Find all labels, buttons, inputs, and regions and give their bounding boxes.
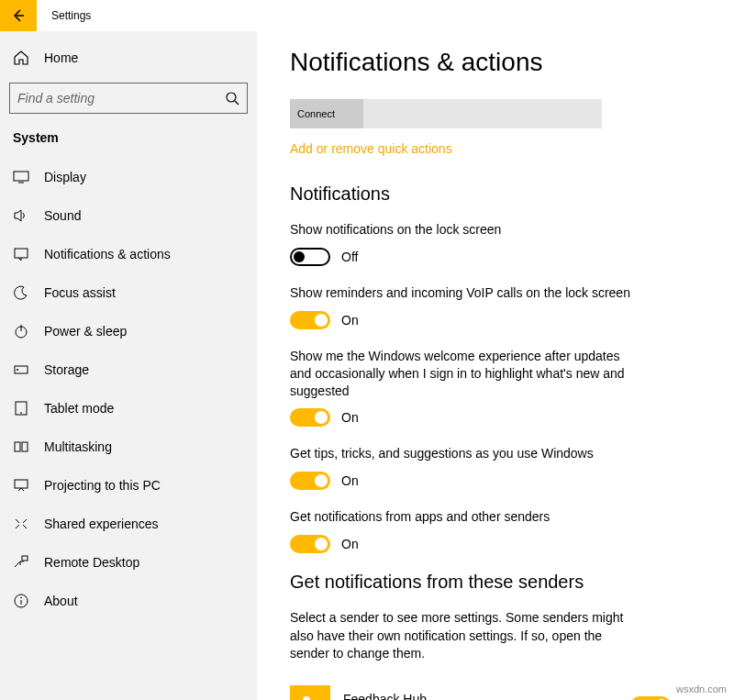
titlebar: Settings bbox=[0, 0, 734, 31]
svg-point-9 bbox=[17, 369, 18, 371]
search-icon bbox=[225, 91, 239, 106]
quick-tile-label: Connect bbox=[297, 108, 335, 119]
toggle-switch[interactable] bbox=[290, 472, 330, 490]
quick-actions-link[interactable]: Add or remove quick actions bbox=[290, 141, 452, 156]
toggle-state: On bbox=[341, 537, 359, 551]
svg-rect-5 bbox=[15, 249, 28, 258]
setting-voip-reminders: Show reminders and incoming VoIP calls o… bbox=[290, 284, 701, 329]
svg-line-16 bbox=[23, 519, 27, 523]
moon-icon bbox=[13, 284, 29, 301]
sidebar-item-label: Power & sleep bbox=[44, 324, 127, 339]
setting-lock-screen-notifications: Show notifications on the lock screen Of… bbox=[290, 221, 701, 266]
search-box[interactable] bbox=[9, 83, 248, 114]
setting-app-notifications: Get notifications from apps and other se… bbox=[290, 508, 701, 553]
shared-icon bbox=[13, 516, 29, 532]
sidebar-item-projecting[interactable]: Projecting to this PC bbox=[0, 466, 257, 505]
toggle-state: On bbox=[341, 313, 359, 328]
sidebar-item-sound[interactable]: Sound bbox=[0, 196, 257, 235]
feedback-hub-icon bbox=[290, 685, 330, 700]
info-icon bbox=[13, 593, 29, 609]
home-nav[interactable]: Home bbox=[0, 39, 257, 77]
sidebar: Home System Display Sound Notifications … bbox=[0, 31, 257, 700]
quick-tile-connect[interactable]: Connect bbox=[290, 99, 363, 128]
toggle-state: On bbox=[341, 473, 359, 488]
svg-line-17 bbox=[16, 525, 19, 528]
remote-icon bbox=[13, 554, 29, 571]
sidebar-item-label: Tablet mode bbox=[44, 401, 114, 416]
home-icon bbox=[13, 50, 29, 66]
app-title: Settings bbox=[51, 9, 91, 22]
page-title: Notifications & actions bbox=[290, 48, 701, 77]
setting-label: Get notifications from apps and other se… bbox=[290, 508, 639, 526]
setting-label: Show me the Windows welcome experience a… bbox=[290, 348, 639, 400]
svg-rect-3 bbox=[14, 172, 28, 181]
toggle-switch[interactable] bbox=[630, 696, 671, 700]
toggle-switch[interactable] bbox=[290, 311, 330, 329]
svg-line-18 bbox=[23, 525, 27, 528]
projecting-icon bbox=[13, 477, 29, 494]
svg-point-24 bbox=[303, 696, 310, 700]
svg-line-15 bbox=[16, 519, 19, 523]
setting-welcome-experience: Show me the Windows welcome experience a… bbox=[290, 348, 701, 428]
sender-row-feedback-hub[interactable]: Feedback Hub On: Banners, Sounds On bbox=[290, 682, 701, 700]
sidebar-item-label: Display bbox=[44, 170, 86, 184]
sidebar-item-label: Storage bbox=[44, 362, 89, 377]
back-button[interactable] bbox=[0, 0, 37, 31]
sidebar-item-shared[interactable]: Shared experiences bbox=[0, 505, 257, 543]
monitor-icon bbox=[13, 169, 29, 185]
sidebar-item-storage[interactable]: Storage bbox=[0, 350, 257, 389]
power-icon bbox=[13, 323, 29, 339]
sound-icon bbox=[13, 207, 29, 224]
search-input[interactable] bbox=[17, 91, 225, 106]
tablet-icon bbox=[13, 400, 29, 417]
multitasking-icon bbox=[13, 439, 29, 455]
sidebar-item-label: Sound bbox=[44, 208, 81, 223]
main-content: Notifications & actions Connect Add or r… bbox=[257, 31, 734, 700]
sidebar-item-label: Projecting to this PC bbox=[44, 478, 161, 493]
notification-icon bbox=[13, 246, 29, 262]
svg-rect-14 bbox=[15, 480, 28, 488]
svg-line-19 bbox=[15, 561, 20, 567]
toggle-switch[interactable] bbox=[290, 408, 330, 427]
svg-point-23 bbox=[20, 597, 22, 599]
svg-rect-20 bbox=[22, 556, 28, 561]
sidebar-item-label: Focus assist bbox=[44, 285, 116, 300]
home-label: Home bbox=[44, 50, 78, 65]
toggle-switch[interactable] bbox=[290, 248, 330, 266]
svg-rect-12 bbox=[15, 442, 20, 451]
toggle-switch[interactable] bbox=[290, 535, 330, 553]
section-label: System bbox=[0, 123, 257, 158]
sidebar-item-label: About bbox=[44, 594, 78, 608]
sidebar-item-remote[interactable]: Remote Desktop bbox=[0, 543, 257, 582]
quick-actions-row: Connect bbox=[290, 99, 602, 128]
sidebar-item-label: Remote Desktop bbox=[44, 555, 139, 570]
setting-label: Show reminders and incoming VoIP calls o… bbox=[290, 284, 639, 302]
senders-desc: Select a sender to see more settings. So… bbox=[290, 609, 639, 663]
setting-label: Get tips, tricks, and suggestions as you… bbox=[290, 445, 639, 462]
notifications-heading: Notifications bbox=[290, 183, 701, 205]
sidebar-item-display[interactable]: Display bbox=[0, 158, 257, 196]
toggle-state: Off bbox=[341, 250, 358, 264]
sidebar-item-focus-assist[interactable]: Focus assist bbox=[0, 273, 257, 312]
svg-point-1 bbox=[227, 93, 236, 102]
storage-icon bbox=[13, 361, 29, 378]
svg-rect-13 bbox=[22, 442, 28, 451]
toggle-state: On bbox=[341, 410, 359, 425]
sidebar-item-notifications[interactable]: Notifications & actions bbox=[0, 235, 257, 273]
sidebar-item-about[interactable]: About bbox=[0, 582, 257, 620]
svg-line-2 bbox=[235, 101, 239, 105]
senders-heading: Get notifications from these senders bbox=[290, 572, 701, 593]
search-wrap bbox=[0, 77, 257, 123]
sidebar-item-label: Notifications & actions bbox=[44, 247, 171, 261]
watermark: wsxdn.com bbox=[676, 683, 727, 694]
setting-tips: Get tips, tricks, and suggestions as you… bbox=[290, 445, 701, 490]
arrow-left-icon bbox=[11, 8, 26, 23]
sidebar-item-label: Multitasking bbox=[44, 439, 112, 454]
sidebar-item-label: Shared experiences bbox=[44, 517, 159, 531]
sidebar-item-power[interactable]: Power & sleep bbox=[0, 312, 257, 350]
sidebar-item-tablet[interactable]: Tablet mode bbox=[0, 389, 257, 428]
setting-label: Show notifications on the lock screen bbox=[290, 221, 639, 239]
sidebar-item-multitasking[interactable]: Multitasking bbox=[0, 428, 257, 466]
sender-name: Feedback Hub bbox=[343, 692, 617, 700]
